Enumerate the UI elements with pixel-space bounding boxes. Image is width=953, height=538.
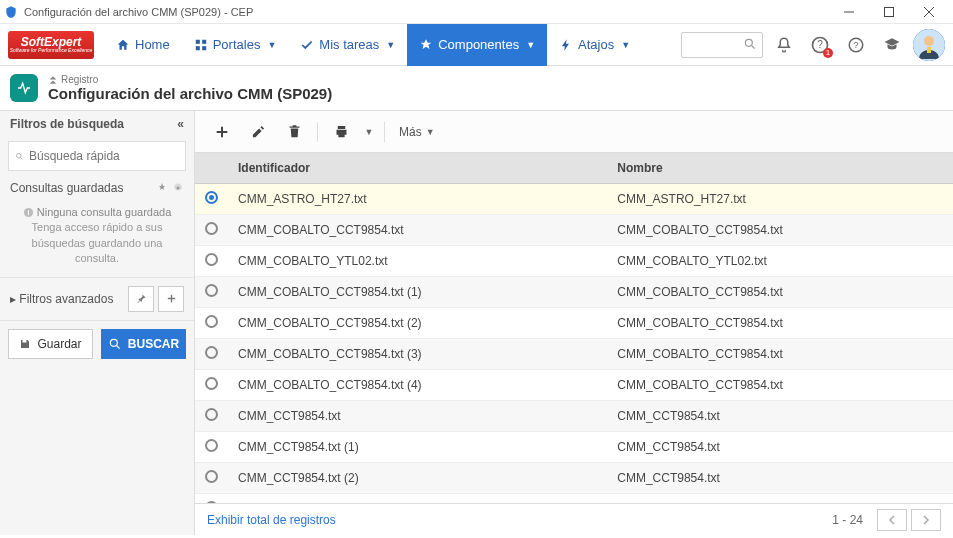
table-row[interactable]: CMM_CCT9854.txt (3)CMM_CCT9854.txt <box>195 494 953 504</box>
svg-point-13 <box>17 153 22 158</box>
row-radio[interactable] <box>205 501 218 503</box>
avatar[interactable] <box>913 29 945 61</box>
nav-home[interactable]: Home <box>104 24 182 66</box>
row-radio[interactable] <box>205 191 218 204</box>
row-radio[interactable] <box>205 284 218 297</box>
help-button[interactable]: ? <box>841 30 871 60</box>
cell-name: CMM_CCT9854.txt <box>607 401 953 432</box>
row-radio[interactable] <box>205 222 218 235</box>
nav-atajos-label: Atajos <box>578 37 614 52</box>
table-row[interactable]: CMM_COBALTO_CCT9854.txt (2)CMM_COBALTO_C… <box>195 308 953 339</box>
data-table: Identificador Nombre CMM_ASTRO_HT27.txtC… <box>195 153 953 503</box>
pin-icon[interactable] <box>156 182 168 194</box>
print-dropdown[interactable]: ▼ <box>360 117 378 147</box>
row-radio[interactable] <box>205 253 218 266</box>
cell-identifier: CMM_CCT9854.txt (3) <box>228 494 607 504</box>
edit-button[interactable] <box>241 117 275 147</box>
cell-identifier: CMM_CCT9854.txt <box>228 401 607 432</box>
cell-name: CMM_CCT9854.txt <box>607 494 953 504</box>
cell-name: CMM_COBALTO_CCT9854.txt <box>607 370 953 401</box>
row-radio[interactable] <box>205 346 218 359</box>
advanced-filters-toggle[interactable]: ▸ Filtros avanzados <box>0 277 194 321</box>
svg-point-11 <box>924 36 934 46</box>
breadcrumb: Registro <box>48 74 332 85</box>
nav-componentes-label: Componentes <box>438 37 519 52</box>
cell-identifier: CMM_COBALTO_CCT9854.txt (4) <box>228 370 607 401</box>
table-row[interactable]: CMM_CCT9854.txt (2)CMM_CCT9854.txt <box>195 463 953 494</box>
chevron-down-icon: ▼ <box>526 40 535 50</box>
nav-componentes[interactable]: Componentes ▼ <box>407 24 547 66</box>
save-button[interactable]: Guardar <box>8 329 93 359</box>
nav-mistareas-label: Mis tareas <box>319 37 379 52</box>
toolbar: ▼ Más ▼ <box>195 111 953 153</box>
row-radio[interactable] <box>205 377 218 390</box>
notifications-button[interactable] <box>769 30 799 60</box>
cell-identifier: CMM_COBALTO_CCT9854.txt <box>228 215 607 246</box>
sidebar: Filtros de búsqueda « Consultas guardada… <box>0 111 195 535</box>
nav-mistareas[interactable]: Mis tareas ▼ <box>288 24 407 66</box>
delete-button[interactable] <box>277 117 311 147</box>
minimize-button[interactable] <box>829 0 869 24</box>
table-row[interactable]: CMM_COBALTO_CCT9854.txt (3)CMM_COBALTO_C… <box>195 339 953 370</box>
cell-identifier: CMM_COBALTO_CCT9854.txt (3) <box>228 339 607 370</box>
nav-portales[interactable]: Portales ▼ <box>182 24 289 66</box>
print-button[interactable] <box>324 117 358 147</box>
maximize-button[interactable] <box>869 0 909 24</box>
cell-name: CMM_COBALTO_CCT9854.txt <box>607 339 953 370</box>
topbar: SoftExpert Software for Performance Exce… <box>0 24 953 66</box>
col-select <box>195 153 228 184</box>
page-range: 1 - 24 <box>832 513 863 527</box>
nav-atajos[interactable]: Atajos ▼ <box>547 24 642 66</box>
separator <box>317 122 318 142</box>
cell-name: CMM_COBALTO_CCT9854.txt <box>607 308 953 339</box>
table-row[interactable]: CMM_ASTRO_HT27.txtCMM_ASTRO_HT27.txt <box>195 184 953 215</box>
cell-identifier: CMM_COBALTO_YTL02.txt <box>228 246 607 277</box>
table-wrapper[interactable]: Identificador Nombre CMM_ASTRO_HT27.txtC… <box>195 153 953 503</box>
cell-name: CMM_COBALTO_YTL02.txt <box>607 246 953 277</box>
nav-home-label: Home <box>135 37 170 52</box>
row-radio[interactable] <box>205 470 218 483</box>
quick-search-input[interactable] <box>29 149 179 163</box>
cell-identifier: CMM_COBALTO_CCT9854.txt (2) <box>228 308 607 339</box>
table-row[interactable]: CMM_COBALTO_CCT9854.txtCMM_COBALTO_CCT98… <box>195 215 953 246</box>
separator <box>384 122 385 142</box>
svg-text:?: ? <box>853 40 858 50</box>
saved-queries-header: Consultas guardadas <box>0 175 194 201</box>
collapse-sidebar-button[interactable]: « <box>177 117 184 131</box>
gear-icon[interactable] <box>172 182 184 194</box>
global-search[interactable] <box>681 32 763 58</box>
table-row[interactable]: CMM_COBALTO_YTL02.txtCMM_COBALTO_YTL02.t… <box>195 246 953 277</box>
svg-rect-4 <box>202 46 206 50</box>
show-total-link[interactable]: Exhibir total de registros <box>207 513 336 527</box>
help-badge-button[interactable]: ? 1 <box>805 30 835 60</box>
window-title: Configuración del archivo CMM (SP029) - … <box>24 6 829 18</box>
col-identifier[interactable]: Identificador <box>228 153 607 184</box>
quick-search[interactable] <box>8 141 186 171</box>
table-row[interactable]: CMM_CCT9854.txt (1)CMM_CCT9854.txt <box>195 432 953 463</box>
table-row[interactable]: CMM_COBALTO_CCT9854.txt (1)CMM_COBALTO_C… <box>195 277 953 308</box>
pin-button[interactable] <box>128 286 154 312</box>
row-radio[interactable] <box>205 315 218 328</box>
search-button[interactable]: BUSCAR <box>101 329 186 359</box>
col-name[interactable]: Nombre <box>607 153 953 184</box>
row-radio[interactable] <box>205 408 218 421</box>
chevron-down-icon: ▼ <box>621 40 630 50</box>
prev-page-button[interactable] <box>877 509 907 531</box>
close-button[interactable] <box>909 0 949 24</box>
svg-rect-0 <box>885 7 894 16</box>
titlebar: Configuración del archivo CMM (SP029) - … <box>0 0 953 24</box>
row-radio[interactable] <box>205 439 218 452</box>
search-icon <box>743 37 757 51</box>
add-button[interactable] <box>205 117 239 147</box>
more-button[interactable]: Más ▼ <box>391 117 443 147</box>
page-header: Registro Configuración del archivo CMM (… <box>0 66 953 111</box>
academy-button[interactable] <box>877 30 907 60</box>
next-page-button[interactable] <box>911 509 941 531</box>
svg-text:i: i <box>27 209 29 216</box>
cell-name: CMM_CCT9854.txt <box>607 463 953 494</box>
chevron-down-icon: ▼ <box>267 40 276 50</box>
table-row[interactable]: CMM_CCT9854.txtCMM_CCT9854.txt <box>195 401 953 432</box>
table-row[interactable]: CMM_COBALTO_CCT9854.txt (4)CMM_COBALTO_C… <box>195 370 953 401</box>
cell-name: CMM_ASTRO_HT27.txt <box>607 184 953 215</box>
add-filter-button[interactable] <box>158 286 184 312</box>
